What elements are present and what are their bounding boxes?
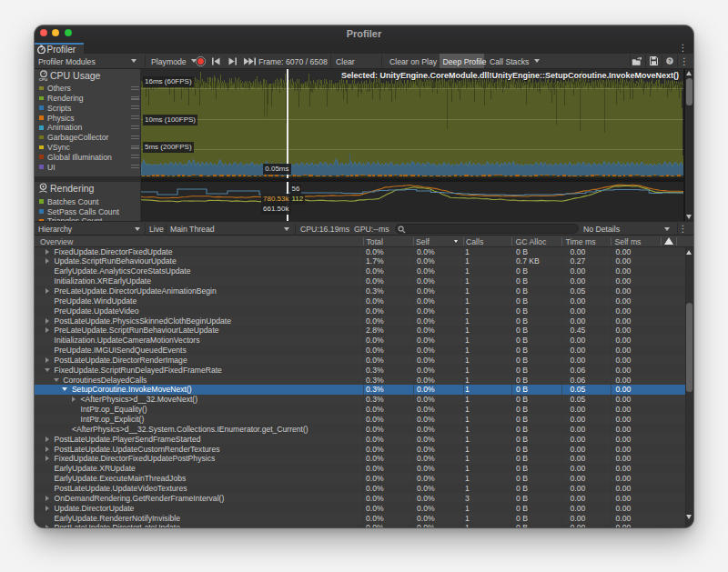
svg-text:CPU: CPU [38, 77, 46, 82]
svg-text:?: ? [668, 58, 672, 64]
